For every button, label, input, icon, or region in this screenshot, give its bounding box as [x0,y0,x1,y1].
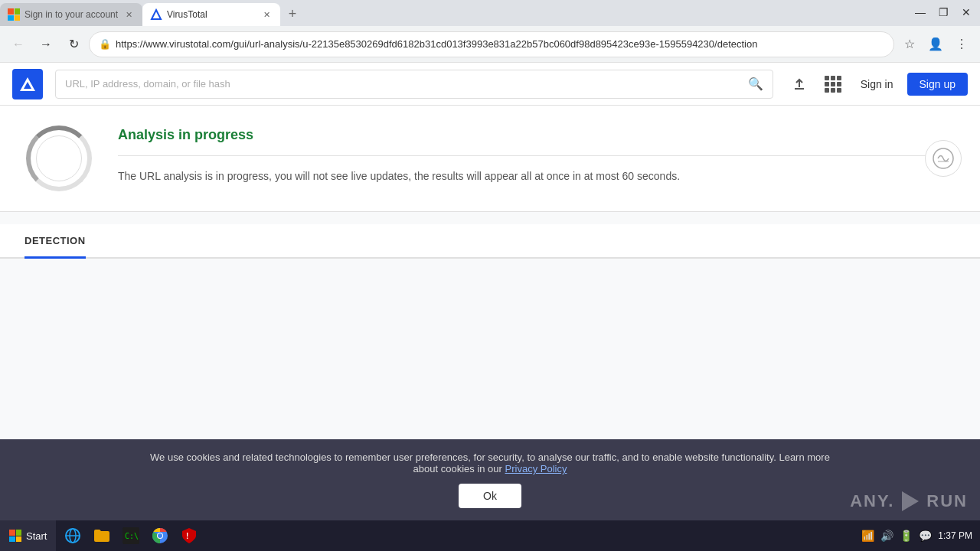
tab-signin-title: Sign in to your account [24,9,118,20]
sign-in-button[interactable]: Sign in [853,73,901,95]
vt-search-bar[interactable]: URL, IP address, domain, or file hash 🔍 [55,70,773,99]
svg-text:C:\: C:\ [125,532,139,540]
privacy-policy-link[interactable]: Privacy Policy [505,463,567,474]
main-content: Analysis in progress The URL analysis is… [0,106,980,520]
vt-icon-right [925,140,962,177]
window-controls: — ❐ ✕ [910,2,980,26]
taskbar-time: 1:37 PM [938,530,972,541]
profile-button[interactable]: 👤 [923,32,948,57]
tab-section: DETECTION [0,224,980,259]
taskbar-chrome[interactable] [146,522,174,549]
vt-header-actions: Sign in Sign up [786,70,968,98]
battery-icon: 🔋 [900,530,913,542]
search-placeholder: URL, IP address, domain, or file hash [65,78,748,90]
svg-point-11 [158,533,162,538]
cookie-banner: We use cookies and related technologies … [0,439,980,520]
upload-button[interactable] [786,70,813,98]
svg-marker-2 [902,491,919,511]
maximize-button[interactable]: ❐ [933,2,954,23]
taskbar-right: 📶 🔊 🔋 💬 1:37 PM [854,530,980,542]
taskbar: Start C:\ [0,520,980,551]
apps-grid-button[interactable] [819,70,847,98]
anyrun-watermark: ANY. RUN [850,490,968,513]
address-bar: ← → ↻ 🔒 https://www.virustotal.com/gui/u… [0,26,980,63]
notification-icon: 💬 [919,530,932,542]
taskbar-folder[interactable] [88,522,116,549]
vt-favicon [150,8,162,21]
search-icon[interactable]: 🔍 [748,77,763,91]
menu-button[interactable]: ⋮ [949,32,974,57]
forward-button[interactable]: → [34,32,58,57]
cookie-text: We use cookies and related technologies … [145,452,835,474]
title-bar: Sign in to your account ✕ VirusTotal ✕ +… [0,0,980,26]
analysis-divider [118,155,956,156]
ms-favicon [8,8,20,21]
ok-button[interactable]: Ok [459,484,521,508]
analysis-description: The URL analysis is in progress, you wil… [118,168,956,184]
start-button[interactable]: Start [0,520,56,551]
back-button[interactable]: ← [6,32,31,57]
bar-actions: ☆ 👤 ⋮ [897,32,974,57]
sign-up-button[interactable]: Sign up [907,73,968,96]
taskbar-security[interactable]: ! [175,522,203,549]
tab-bar: DETECTION [0,224,980,259]
analysis-info: Analysis in progress The URL analysis is… [118,124,956,184]
svg-marker-0 [152,10,161,19]
taskbar-apps: C:\ ! [56,520,206,551]
minimize-button[interactable]: — [910,2,931,23]
browser-window: Sign in to your account ✕ VirusTotal ✕ +… [0,0,980,520]
new-tab-button[interactable]: + [282,3,303,24]
start-icon [9,530,21,542]
volume-icon: 🔊 [880,530,893,542]
tab-virustotal-title: VirusTotal [167,9,256,20]
spinner [24,124,93,193]
taskbar-cmd[interactable]: C:\ [117,522,145,549]
vt-header: URL, IP address, domain, or file hash 🔍 … [0,63,980,106]
refresh-button[interactable]: ↻ [61,32,86,57]
url-bar[interactable]: 🔒 https://www.virustotal.com/gui/url-ana… [89,31,894,57]
tab-virustotal-close[interactable]: ✕ [260,8,273,21]
close-button[interactable]: ✕ [956,2,977,23]
tab-virustotal[interactable]: VirusTotal ✕ [142,3,280,26]
vt-logo-triangle [20,77,35,91]
url-text: https://www.virustotal.com/gui/url-analy… [116,38,884,50]
taskbar-ie[interactable] [59,522,87,549]
network-icon: 📶 [861,530,874,542]
tab-signin-close[interactable]: ✕ [122,8,135,21]
bookmark-button[interactable]: ☆ [897,32,922,57]
vt-logo [12,69,43,99]
spinner-ring [26,126,92,191]
lock-icon: 🔒 [99,38,111,50]
analysis-title: Analysis in progress [118,127,956,143]
tab-detection[interactable]: DETECTION [24,224,86,257]
tab-signin[interactable]: Sign in to your account ✕ [0,3,142,26]
svg-text:!: ! [186,532,188,540]
analysis-section: Analysis in progress The URL analysis is… [0,106,980,212]
start-label: Start [26,530,47,542]
